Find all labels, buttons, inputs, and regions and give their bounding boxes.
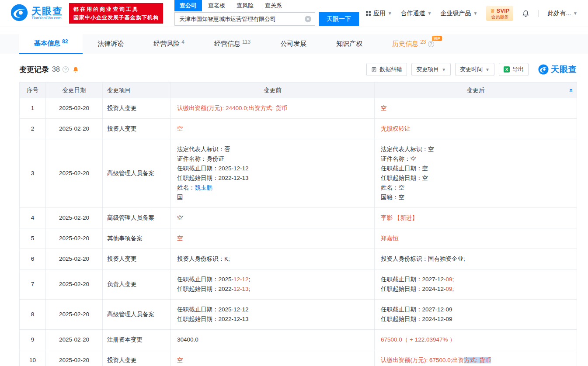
menu-enterprise[interactable]: 企业级产品▼ xyxy=(441,10,478,17)
cell-before: 认缴出资额(万元): 24400.0;出资方式: 货币 xyxy=(171,98,375,119)
section-title: 变更记录 xyxy=(19,65,49,75)
filter-change-time-label: 变更时间 xyxy=(460,66,483,73)
tab-company-development-label: 公司发展 xyxy=(280,40,306,48)
menu-more-label: 此处有... xyxy=(547,10,571,17)
cell-before: 任职截止日期：2025-12-12;任职起始日期：2022-12-13; xyxy=(171,269,375,300)
apps-grid-icon xyxy=(365,10,371,16)
export-label: 导出 xyxy=(512,66,524,73)
table-row: 62025-02-20投资人变更投资人身份标识：K;投资人身份标识：国有独资企业… xyxy=(20,249,577,269)
person-link[interactable]: 魏玉鹏 xyxy=(195,184,213,191)
cell-before: 投资人身份标识：K; xyxy=(171,249,375,269)
cell-change-date: 2025-02-20 xyxy=(46,330,103,350)
svip-member-button[interactable]: ♛ SVIP 会员服务 xyxy=(486,6,513,21)
table-row: 92025-02-20注册资本变更30400.067500.0（ + 122.0… xyxy=(20,330,577,350)
vip-badge: VIP xyxy=(432,36,442,41)
slogan-line-1: 都在用的商业查询工具 xyxy=(73,5,159,14)
cell-after: 无股权转让 xyxy=(375,119,577,139)
cell-row-number: 4 xyxy=(20,208,46,228)
crown-icon: ♛ xyxy=(490,8,495,14)
search-tab-relation[interactable]: 查关系 xyxy=(260,0,287,11)
cell-row-number: 7 xyxy=(20,269,46,300)
help-icon[interactable]: ? xyxy=(63,66,69,73)
slogan-line-2: 国家中小企业发展子基金旗下机构 xyxy=(73,14,159,22)
search-tab-company[interactable]: 查公司 xyxy=(174,0,202,11)
table-row: 52025-02-20其他事项备案空郑嘉恒 xyxy=(20,228,577,249)
tab-business-risk[interactable]: 经营风险4 xyxy=(139,34,199,54)
chevron-down-icon: ▼ xyxy=(573,11,578,16)
cell-change-item: 投资人变更 xyxy=(103,119,171,139)
chevron-down-icon: ▼ xyxy=(388,11,392,16)
col-header-date: 变更日期 xyxy=(46,83,103,98)
cell-change-date: 2025-02-20 xyxy=(46,300,103,330)
cell-change-date: 2025-02-20 xyxy=(46,208,103,228)
menu-more[interactable]: 此处有... ▼ xyxy=(547,10,578,17)
cell-after: 任职截止日期：2027-12-09任职起始日期：2024-12-09 xyxy=(375,300,577,330)
cell-change-item: 高级管理人员备案 xyxy=(103,139,171,208)
table-row: 32025-02-20高级管理人员备案法定代表人标识：否证件名称：身份证任职截止… xyxy=(20,139,577,208)
cell-change-date: 2025-02-20 xyxy=(46,350,103,366)
search-button[interactable]: 天眼一下 xyxy=(319,12,359,26)
table-row: 102025-02-20投资人变更空认缴出资额(万元): 67500.0;出资方… xyxy=(20,350,577,366)
brand-domain: TianYanCha.com xyxy=(31,16,63,20)
col-header-no: 序号 xyxy=(20,83,46,98)
tab-history-info[interactable]: 历史信息23?VIP xyxy=(377,34,449,54)
menu-apps-label: 应用 xyxy=(373,10,386,17)
data-correction-button[interactable]: 数据纠错 xyxy=(366,63,407,76)
menu-enterprise-label: 企业级产品 xyxy=(441,10,471,17)
tab-legal-proceedings[interactable]: 法律诉讼 xyxy=(83,34,139,54)
cell-change-date: 2025-02-20 xyxy=(46,249,103,269)
cell-change-item: 注册资本变更 xyxy=(103,330,171,350)
main-content: 变更记录 38 ? 数据纠错 变更项目 ▼ 变更时间 ▼ X 导出 xyxy=(19,63,577,366)
search-tab-risk[interactable]: 查风险 xyxy=(231,0,259,11)
menu-apps[interactable]: 应用▼ xyxy=(365,10,392,17)
top-header: 天眼查 TianYanCha.com 都在用的商业查询工具 国家中小企业发展子基… xyxy=(0,0,588,27)
cell-change-date: 2025-02-20 xyxy=(46,228,103,249)
tianyancha-logo[interactable]: 天眼查 TianYanCha.com xyxy=(10,4,63,23)
data-correction-label: 数据纠错 xyxy=(379,66,402,73)
chevron-down-icon: ▼ xyxy=(473,11,478,16)
help-icon[interactable]: ? xyxy=(428,41,434,47)
toolbar: 数据纠错 变更项目 ▼ 变更时间 ▼ X 导出 天眼查 xyxy=(366,63,577,76)
collapse-icon[interactable]: « xyxy=(567,88,575,92)
tab-business-info[interactable]: 经营信息113 xyxy=(199,34,265,54)
export-button[interactable]: X 导出 xyxy=(499,63,529,76)
tab-company-development[interactable]: 公司发展 xyxy=(265,34,321,54)
chevron-down-icon: ▼ xyxy=(485,67,490,72)
toolbar-logo-text: 天眼查 xyxy=(551,64,577,75)
col-header-item: 变更项目 xyxy=(103,83,171,98)
table-row: 82025-02-20高级管理人员备案任职截止日期：2025-12-12任职起始… xyxy=(20,300,577,330)
brand-slogan: 都在用的商业查询工具 国家中小企业发展子基金旗下机构 xyxy=(69,3,163,24)
cell-before: 空 xyxy=(171,208,375,228)
section-count: 38 xyxy=(52,66,60,73)
cell-change-date: 2025-02-20 xyxy=(46,119,103,139)
cell-change-date: 2025-02-20 xyxy=(46,139,103,208)
header-right: 应用▼合作通道▼企业级产品▼ ♛ SVIP 会员服务 此处有... ▼ xyxy=(365,6,578,21)
cell-before: 任职截止日期：2025-12-12任职起始日期：2022-12-13 xyxy=(171,300,375,330)
cell-after: 法定代表人标识：空证件名称：空任职截止日期：空任职起始日期：空姓名：空国籍：空 xyxy=(375,139,577,208)
search-input[interactable] xyxy=(174,12,315,26)
cell-change-item: 高级管理人员备案 xyxy=(103,300,171,330)
nav-tabs: 基本信息82法律诉讼经营风险4经营信息113公司发展知识产权历史信息23?VIP xyxy=(0,34,588,54)
tab-intellectual-property-label: 知识产权 xyxy=(336,40,362,48)
cell-change-date: 2025-02-20 xyxy=(46,269,103,300)
cell-after: 67500.0（ + 122.03947% ） xyxy=(375,330,577,350)
tab-intellectual-property[interactable]: 知识产权 xyxy=(321,34,377,54)
cell-change-date: 2025-02-20 xyxy=(46,98,103,119)
search-tab-boss[interactable]: 查老板 xyxy=(203,0,230,11)
tab-business-info-count: 113 xyxy=(242,39,251,45)
cell-row-number: 9 xyxy=(20,330,46,350)
clear-search-icon[interactable]: ✕ xyxy=(305,16,311,22)
tab-basic-info-label: 基本信息 xyxy=(34,39,60,48)
filter-change-item-button[interactable]: 变更项目 ▼ xyxy=(411,63,451,76)
tab-basic-info-count: 82 xyxy=(62,38,68,45)
filter-change-time-button[interactable]: 变更时间 ▼ xyxy=(455,63,494,76)
notifications-bell-icon[interactable] xyxy=(522,10,529,17)
monitor-bell-icon[interactable] xyxy=(72,66,79,73)
cell-row-number: 2 xyxy=(20,119,46,139)
filter-change-item-label: 变更项目 xyxy=(416,66,439,73)
tab-basic-info[interactable]: 基本信息82 xyxy=(19,34,83,54)
menu-partnership[interactable]: 合作通道▼ xyxy=(401,10,432,17)
tab-business-risk-label: 经营风险 xyxy=(153,40,180,48)
brand-name: 天眼查 xyxy=(31,6,63,16)
table-row: 42025-02-20高级管理人员备案空李影 【新进】 xyxy=(20,208,577,228)
